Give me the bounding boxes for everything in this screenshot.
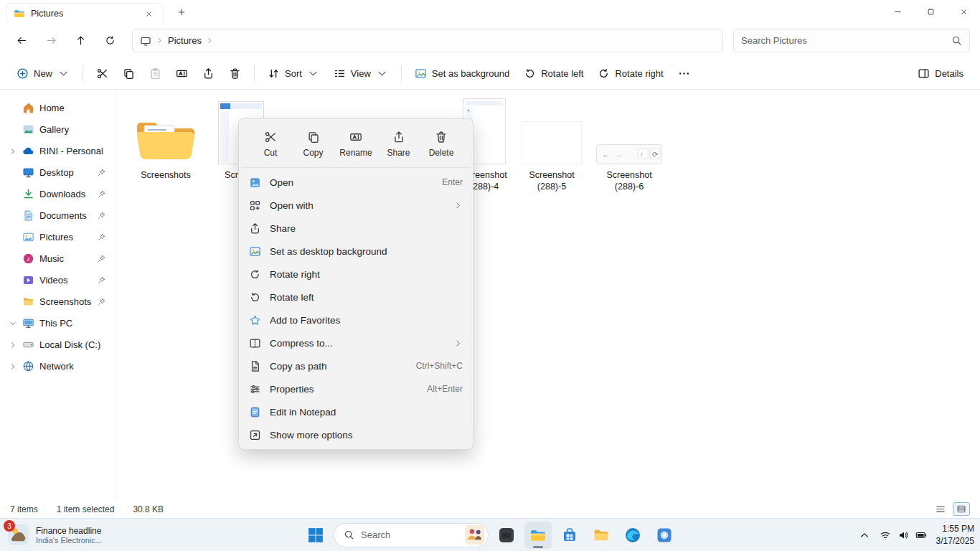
file-item[interactable]: ←→↑⟳ Screenshot (288)-6 [592,94,666,197]
edge-button[interactable] [619,522,646,549]
clock[interactable]: 1:55 PM 3/17/2025 [936,523,974,546]
up-button[interactable] [69,29,93,52]
notification-badge: 3 [4,520,15,532]
context-menu-item[interactable]: Open Enter [242,171,470,194]
sidebar-item-icon [22,166,34,179]
list-view-toggle[interactable] [932,502,949,516]
details-pane-button[interactable]: Details [911,61,970,85]
more-options-button[interactable] [672,61,697,85]
menu-item-label: Copy as path [270,361,327,372]
location-device-icon[interactable] [140,35,151,47]
photos-app-button[interactable] [651,522,678,549]
tab-title: Pictures [31,9,63,19]
expand-chevron-icon[interactable] [9,362,17,371]
tab-close-icon[interactable] [142,7,156,21]
new-tab-button[interactable] [172,3,191,22]
tray-status-icons[interactable] [880,529,927,541]
quick-action-button[interactable]: Rename [336,127,376,161]
quick-action-button[interactable]: Cut [250,127,291,161]
sidebar-item[interactable]: Desktop [4,162,111,183]
folder-app-button[interactable] [588,522,615,549]
share-button[interactable] [196,61,221,85]
sidebar-item[interactable]: Downloads [4,184,111,204]
sidebar-item[interactable]: This PC [4,313,111,334]
rotate-left-icon [524,67,536,80]
paste-button[interactable] [143,61,168,85]
close-button[interactable] [947,0,980,24]
back-button[interactable] [10,29,34,52]
start-button[interactable] [302,522,329,549]
copy-button[interactable] [116,61,141,85]
sidebar-item[interactable]: Pictures [4,227,111,248]
address-bar[interactable]: Pictures [132,29,723,52]
quick-action-button[interactable]: Copy [293,127,334,161]
file-explorer-button[interactable] [524,522,552,549]
context-menu-item[interactable]: Rotate right [242,263,470,286]
sort-button[interactable]: Sort [261,61,326,85]
sidebar-item[interactable]: Videos [4,270,111,291]
quick-action-button[interactable]: Delete [421,127,461,161]
sidebar-item-icon [22,231,34,243]
breadcrumb-chevron-icon[interactable] [206,37,214,44]
sidebar-item[interactable]: ♪ Music [4,248,111,269]
delete-button[interactable] [222,61,248,85]
rotate-right-label: Rotate right [615,68,663,79]
context-menu-item[interactable]: Compress to... [242,331,470,354]
view-button[interactable]: View [327,61,395,85]
hidden-icons-chevron[interactable] [859,529,870,541]
sidebar-item[interactable]: Local Disk (C:) [4,334,111,355]
context-menu-item[interactable]: Set as desktop background [242,240,470,263]
menu-item-label: Compress to... [270,338,333,349]
sidebar-item[interactable]: Documents [4,205,111,226]
minimize-button[interactable] [881,0,914,24]
expand-chevron-icon[interactable] [9,341,17,349]
refresh-button[interactable] [98,29,122,52]
breadcrumb-chevron-icon[interactable] [156,37,164,44]
rotate-right-button[interactable]: Rotate right [591,61,669,85]
breadcrumb[interactable]: Pictures [168,35,202,46]
context-menu-item[interactable]: Copy as path Ctrl+Shift+C [242,354,470,377]
expand-chevron-icon[interactable] [9,147,17,156]
cut-button[interactable] [90,61,115,85]
tab-pictures[interactable]: Pictures [6,3,164,24]
menu-item-label: Open with [270,200,314,211]
menu-item-right: Enter [442,177,463,187]
sidebar-item[interactable]: Network [4,356,111,377]
set-background-button[interactable]: Set as background [408,61,516,85]
sidebar-item[interactable]: Screenshots [4,291,111,312]
taskbar-search[interactable]: Search [334,523,489,547]
context-menu-item[interactable]: Rotate left [242,286,470,309]
widgets-button[interactable]: 3 Finance headline India's Electronic... [7,524,102,546]
file-item[interactable]: Screenshots [128,94,203,185]
search-box[interactable]: Search Pictures [733,29,970,52]
dark-app-button[interactable] [493,522,520,549]
rotate-left-button[interactable]: Rotate left [517,61,590,85]
quick-action-button[interactable]: Share [379,127,419,161]
new-button[interactable]: New [10,61,76,85]
search-icon[interactable] [951,35,962,46]
ellipsis-icon [678,67,690,80]
context-menu-item[interactable]: Show more options [242,423,470,446]
context-menu-item[interactable]: Add to Favorites [242,309,470,331]
sidebar-item-icon [22,145,34,157]
details-view-toggle[interactable] [953,502,970,516]
sidebar-item[interactable]: Home [4,98,111,118]
context-menu-item[interactable]: Open with [242,194,470,217]
context-menu-item[interactable]: Share [242,217,470,240]
sidebar-item[interactable]: RINI - Personal [4,141,111,161]
microsoft-store-button[interactable] [556,522,583,549]
maximize-button[interactable] [914,0,947,24]
sidebar-item[interactable]: Gallery [4,119,111,140]
pin-icon [97,276,106,285]
file-item[interactable]: Screenshot (288)-5 [514,94,589,197]
battery-icon [915,529,927,541]
context-menu-item[interactable]: Properties Alt+Enter [242,377,470,400]
context-menu-item[interactable]: Edit in Notepad [242,400,470,423]
close-icon [960,8,968,16]
expand-chevron-icon[interactable] [9,319,17,328]
rename-button[interactable] [169,61,194,85]
svg-text:↑: ↑ [640,151,644,159]
forward-button[interactable] [39,29,63,52]
menu-item-label: Edit in Notepad [270,407,336,418]
item-count: 7 items [10,504,38,514]
